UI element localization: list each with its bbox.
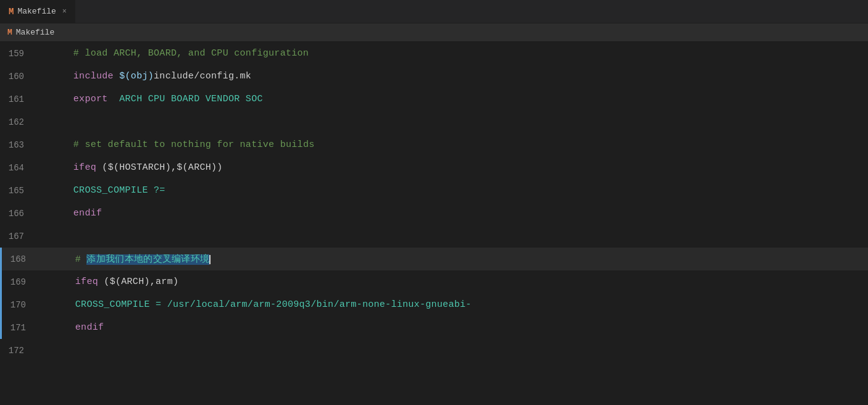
line-number-169: 169 — [2, 277, 36, 287]
tab-makefile[interactable]: M Makefile × — [0, 0, 76, 23]
line-number-167: 167 — [0, 232, 34, 241]
line-number-171: 171 — [2, 323, 36, 333]
line-number-163: 163 — [0, 140, 34, 150]
file-bar-name: Makefile — [16, 28, 54, 37]
line-number-162: 162 — [0, 117, 34, 127]
line-number-170: 170 — [2, 300, 36, 310]
tab-close-button[interactable]: × — [62, 7, 67, 16]
line-number-159: 159 — [0, 49, 34, 59]
line-166: 166 endif — [0, 202, 868, 225]
line-content-162 — [34, 117, 44, 127]
makefile-tab-icon: M — [9, 7, 14, 17]
line-172: 172 — [0, 339, 868, 362]
line-number-161: 161 — [0, 94, 34, 104]
line-number-164: 164 — [0, 163, 34, 173]
code-editor[interactable]: 159 # load ARCH, BOARD, and CPU configur… — [0, 42, 868, 405]
line-number-166: 166 — [0, 209, 34, 219]
file-bar-icon: M — [7, 28, 12, 37]
line-content-167 — [34, 231, 44, 241]
line-number-172: 172 — [0, 346, 34, 356]
tab-label: Makefile — [17, 7, 56, 16]
line-number-165: 165 — [0, 186, 34, 196]
line-content-172 — [34, 345, 44, 356]
cursor — [209, 255, 211, 264]
file-bar: M Makefile — [0, 23, 868, 42]
line-171: 171 endif — [0, 316, 868, 339]
tab-bar: M Makefile × — [0, 0, 868, 23]
line-170: 170 CROSS_COMPILE = /usr/local/arm/arm-2… — [0, 293, 868, 316]
line-161: 161 export ARCH CPU BOARD VENDOR SOC — [0, 88, 868, 111]
line-number-160: 160 — [0, 72, 34, 81]
line-number-168: 168 — [2, 254, 36, 264]
line-165: 165 CROSS_COMPILE ?= — [0, 179, 868, 202]
